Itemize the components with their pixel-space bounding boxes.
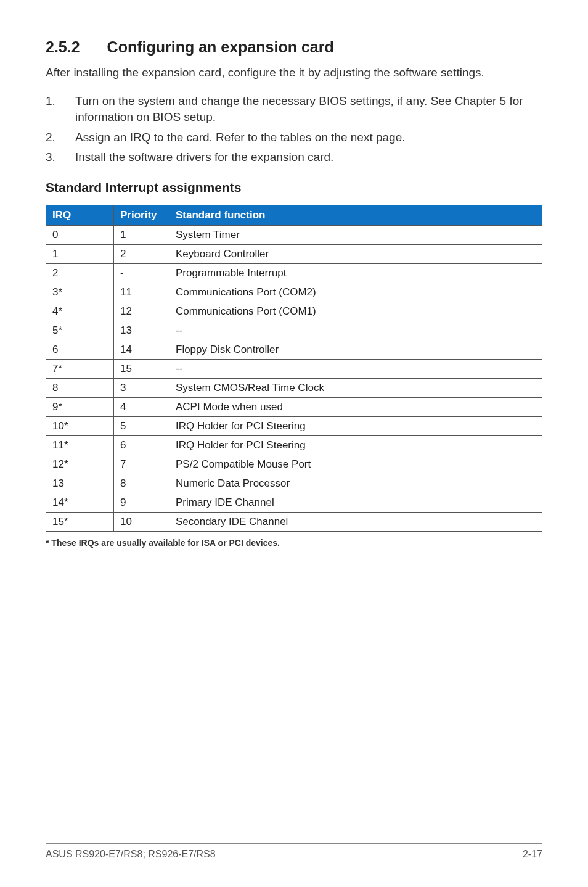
- irq-table: IRQ Priority Standard function 01System …: [46, 205, 542, 532]
- cell-irq: 13: [46, 474, 114, 493]
- step-number: 2.: [46, 130, 75, 146]
- cell-irq: 15*: [46, 513, 114, 532]
- cell-function: Programmable Interrupt: [169, 264, 542, 283]
- table-row: 12Keyboard Controller: [46, 245, 542, 264]
- cell-priority: 3: [114, 379, 169, 398]
- cell-function: Communications Port (COM2): [169, 283, 542, 302]
- step-number: 3.: [46, 149, 75, 165]
- cell-priority: 7: [114, 455, 169, 474]
- cell-function: Floppy Disk Controller: [169, 340, 542, 360]
- cell-irq: 14*: [46, 493, 114, 513]
- intro-paragraph: After installing the expansion card, con…: [46, 65, 542, 81]
- step-text: Assign an IRQ to the card. Refer to the …: [75, 130, 406, 146]
- cell-priority: 4: [114, 398, 169, 417]
- cell-irq: 9*: [46, 398, 114, 417]
- cell-function: Keyboard Controller: [169, 245, 542, 264]
- cell-function: Primary IDE Channel: [169, 493, 542, 513]
- section-title: Configuring an expansion card: [107, 38, 334, 56]
- cell-function: Numeric Data Processor: [169, 474, 542, 493]
- table-row: 138Numeric Data Processor: [46, 474, 542, 493]
- section-number: 2.5.2: [46, 38, 80, 56]
- table-row: 9*4ACPI Mode when used: [46, 398, 542, 417]
- step-item: 1. Turn on the system and change the nec…: [46, 93, 542, 125]
- cell-priority: 2: [114, 245, 169, 264]
- cell-function: PS/2 Compatible Mouse Port: [169, 455, 542, 474]
- col-header-irq: IRQ: [46, 205, 114, 226]
- section-heading: 2.5.2Configuring an expansion card: [46, 38, 542, 56]
- table-row: 12*7PS/2 Compatible Mouse Port: [46, 455, 542, 474]
- step-text: Install the software drivers for the exp…: [75, 149, 333, 165]
- footer-left: ASUS RS920-E7/RS8; RS926-E7/RS8: [46, 849, 216, 860]
- table-row: 83System CMOS/Real Time Clock: [46, 379, 542, 398]
- cell-priority: 12: [114, 302, 169, 321]
- cell-function: ACPI Mode when used: [169, 398, 542, 417]
- cell-irq: 5*: [46, 321, 114, 340]
- table-header-row: IRQ Priority Standard function: [46, 205, 542, 226]
- cell-irq: 7*: [46, 360, 114, 379]
- cell-priority: 15: [114, 360, 169, 379]
- table-row: 01System Timer: [46, 226, 542, 245]
- cell-irq: 3*: [46, 283, 114, 302]
- table-row: 10*5IRQ Holder for PCI Steering: [46, 417, 542, 436]
- cell-irq: 1: [46, 245, 114, 264]
- step-number: 1.: [46, 93, 75, 125]
- steps-list: 1. Turn on the system and change the nec…: [46, 93, 542, 165]
- cell-irq: 10*: [46, 417, 114, 436]
- table-row: 14*9Primary IDE Channel: [46, 493, 542, 513]
- cell-irq: 6: [46, 340, 114, 360]
- cell-priority: 11: [114, 283, 169, 302]
- cell-irq: 8: [46, 379, 114, 398]
- cell-priority: 10: [114, 513, 169, 532]
- cell-priority: 9: [114, 493, 169, 513]
- table-row: 7*15--: [46, 360, 542, 379]
- table-heading: Standard Interrupt assignments: [46, 180, 542, 195]
- step-item: 2. Assign an IRQ to the card. Refer to t…: [46, 130, 542, 146]
- cell-priority: 8: [114, 474, 169, 493]
- cell-function: System Timer: [169, 226, 542, 245]
- table-row: 15*10Secondary IDE Channel: [46, 513, 542, 532]
- table-row: 3*11Communications Port (COM2): [46, 283, 542, 302]
- cell-irq: 12*: [46, 455, 114, 474]
- cell-irq: 4*: [46, 302, 114, 321]
- table-row: 614Floppy Disk Controller: [46, 340, 542, 360]
- table-row: 11*6IRQ Holder for PCI Steering: [46, 436, 542, 455]
- cell-function: --: [169, 321, 542, 340]
- cell-irq: 11*: [46, 436, 114, 455]
- page-footer: ASUS RS920-E7/RS8; RS926-E7/RS8 2-17: [46, 843, 542, 860]
- cell-function: Communications Port (COM1): [169, 302, 542, 321]
- col-header-priority: Priority: [114, 205, 169, 226]
- cell-priority: 6: [114, 436, 169, 455]
- table-row: 5*13--: [46, 321, 542, 340]
- cell-function: System CMOS/Real Time Clock: [169, 379, 542, 398]
- cell-priority: 13: [114, 321, 169, 340]
- cell-function: IRQ Holder for PCI Steering: [169, 436, 542, 455]
- footer-right: 2-17: [523, 849, 542, 860]
- table-row: 4*12Communications Port (COM1): [46, 302, 542, 321]
- cell-priority: 5: [114, 417, 169, 436]
- step-item: 3. Install the software drivers for the …: [46, 149, 542, 165]
- cell-function: --: [169, 360, 542, 379]
- cell-irq: 0: [46, 226, 114, 245]
- col-header-function: Standard function: [169, 205, 542, 226]
- cell-priority: 1: [114, 226, 169, 245]
- cell-priority: -: [114, 264, 169, 283]
- table-row: 2-Programmable Interrupt: [46, 264, 542, 283]
- step-text: Turn on the system and change the necess…: [75, 93, 542, 125]
- cell-function: Secondary IDE Channel: [169, 513, 542, 532]
- cell-irq: 2: [46, 264, 114, 283]
- cell-function: IRQ Holder for PCI Steering: [169, 417, 542, 436]
- cell-priority: 14: [114, 340, 169, 360]
- table-footnote: * These IRQs are usually available for I…: [46, 538, 542, 548]
